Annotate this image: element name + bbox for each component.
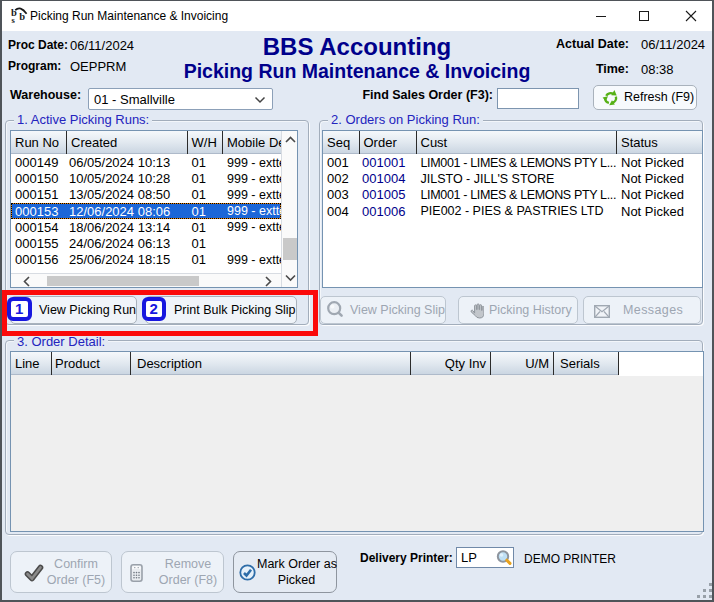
svg-text:b: b (19, 11, 25, 22)
